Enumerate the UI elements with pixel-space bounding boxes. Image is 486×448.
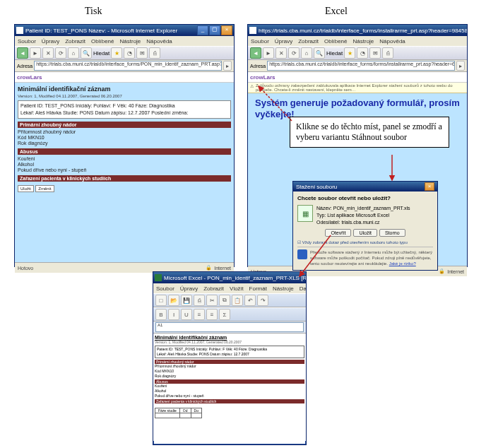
menu-oblibene[interactable]: Oblíbené [91,38,114,45]
window-title: Patient ID: TEST_PONS Název: - Microsoft… [25,28,177,34]
forward-button[interactable]: ► [263,47,274,59]
history-button[interactable]: ◔ [357,47,368,59]
home-button[interactable]: ⌂ [301,47,312,59]
refresh-button[interactable]: ⟳ [55,47,66,59]
open-button[interactable]: Otevřít [325,229,351,237]
italic-button[interactable]: I [168,309,179,320]
patient-box: Patient ID: TEST_PONS Iniciály: Pohlaví:… [155,346,304,358]
menu-nastroje[interactable]: Nástroje [120,38,141,45]
print-button[interactable]: ⎙ [149,47,160,59]
risk-link[interactable]: Jaké je riziko? [389,261,416,266]
security-bar[interactable]: ⚠ Z důvodu ochrany zabezpečení zablokova… [248,83,467,93]
open-button[interactable]: 📂 [168,295,179,306]
sum-button[interactable]: Σ [219,309,230,320]
cancel-button[interactable]: Storno [379,229,405,237]
menu-soubor[interactable]: Soubor [251,38,269,45]
type-label: Typ: [316,213,326,218]
menu-napoveda[interactable]: Nápověda [146,38,172,45]
url-field[interactable]: https://trials.cba.muni.cz/trialdb/inter… [267,61,455,71]
page-content-tisk: Minimální identifikační záznam Version: … [15,83,234,262]
favorites-button[interactable]: ★ [111,47,122,59]
titlebar-tisk: Patient ID: TEST_PONS Název: - Microsoft… [15,25,234,36]
toolbar: ◄ ► ✕ ⟳ ⌂ 🔍 Hledat ★ ◔ ✉ ⎙ [248,46,467,60]
redo-button[interactable]: ↷ [257,295,268,306]
menu-data[interactable]: Data [300,285,306,292]
field-mkn: Kód MKN10 [155,369,304,373]
excel-window: Microsoft Excel - PON_min_identif_zaznam… [153,271,307,445]
maximize-button[interactable]: ▢ [209,25,220,35]
back-button[interactable]: ◄ [250,47,261,59]
studies-table: Fáze studieOdDo [155,408,202,418]
menu-zobrazit[interactable]: Zobrazit [203,285,224,292]
field-mkn: Kód MKN10 [18,135,231,140]
print-button[interactable]: ⎙ [382,47,393,59]
refresh-button[interactable]: ⟳ [288,47,300,59]
change-button[interactable]: Změnit [35,185,54,192]
from-label: Odesílatel: [316,220,340,225]
section-abusus: Abusus [18,148,231,155]
menu-napoveda[interactable]: Nápověda [379,38,405,45]
paste-button[interactable]: 📋 [232,295,243,306]
menu-zobrazit[interactable]: Zobrazit [65,38,85,45]
dialog-close-button[interactable]: × [425,182,434,191]
search-button[interactable]: 🔍 [314,47,325,59]
section-studies: Zařazení pacienta v klinických studiích [155,399,304,403]
search-button[interactable]: 🔍 [81,47,92,59]
undo-button[interactable]: ↶ [244,295,256,306]
cut-button[interactable]: ✂ [206,295,218,306]
th-from: Od [179,408,191,413]
menu-nastroje[interactable]: Nástroje [273,285,294,292]
cell-ref[interactable]: A1 [155,322,304,332]
field-alcohol: Alkohol [155,389,304,393]
shield-icon: ⚠ [250,83,254,92]
callout-annotation: Klikne se do těchto míst, panel se zmodř… [290,117,449,148]
save-button[interactable]: 💾 [181,295,192,306]
underline-button[interactable]: U [181,309,192,320]
home-button[interactable]: ⌂ [68,47,79,59]
mail-button[interactable]: ✉ [136,47,148,59]
stop-button[interactable]: ✕ [42,47,54,59]
copy-button[interactable]: ⧉ [219,295,230,306]
align-left-button[interactable]: ≡ [194,309,205,320]
menu-soubor[interactable]: Soubor [156,285,174,292]
history-button[interactable]: ◔ [124,47,135,59]
always-ask-checkbox[interactable]: ☑ Vždy zobrazit dotaz před otevřením sou… [297,240,433,244]
patient-line2: Lékař: Aleš Hlávka Studie: PONS Datum zá… [20,110,228,117]
forward-button[interactable]: ► [30,47,41,59]
go-button[interactable]: ▸ [223,61,232,71]
excel-sheet[interactable]: Minimální identifikační záznam Version: … [153,334,306,441]
back-button[interactable]: ◄ [17,47,28,59]
menu-format[interactable]: Formát [249,285,267,292]
page-title: Minimální identifikační záznam [155,335,304,340]
new-button[interactable]: □ [155,295,167,306]
status-left: Hotovo [18,266,33,271]
close-button[interactable]: × [221,25,232,35]
zone-label: Internet [447,269,464,274]
bold-button[interactable]: B [155,309,167,320]
menu-upravy[interactable]: Úpravy [180,285,198,292]
addr-label: Adresa [250,64,266,69]
menu-soubor[interactable]: Soubor [18,38,36,45]
go-button[interactable]: ▸ [456,61,465,71]
patient-line2: Lékař: Aleš Hlávka Studie: PONS Datum zá… [157,352,302,357]
minimize-button[interactable]: _ [197,25,208,35]
stop-button[interactable]: ✕ [275,47,287,59]
page-header: crowLars [15,72,234,83]
menu-oblibene[interactable]: Oblíbené [324,38,347,45]
from-value: trials.cba.muni.cz [341,220,379,225]
favorites-button[interactable]: ★ [344,47,355,59]
window-title: Microsoft Excel - PON_min_identif_zaznam… [164,275,306,281]
mail-button[interactable]: ✉ [369,47,381,59]
menu-vlozit[interactable]: Vložit [230,285,244,292]
menu-upravy[interactable]: Úpravy [42,38,59,45]
field-year: Rok diagnózy [155,374,304,378]
save-button[interactable]: Uložit [353,229,377,237]
security-text: Z důvodu ochrany zabezpečení zablokovala… [256,83,465,92]
print-button[interactable]: ⎙ [194,295,205,306]
menu-nastroje[interactable]: Nástroje [353,38,374,45]
menu-zobrazit[interactable]: Zobrazit [298,38,319,45]
menu-upravy[interactable]: Úpravy [275,38,292,45]
align-center-button[interactable]: ≡ [206,309,218,320]
url-field[interactable]: https://trials.cba.muni.cz/trialdb/inter… [34,61,222,71]
save-button[interactable]: Uložit [18,185,34,192]
